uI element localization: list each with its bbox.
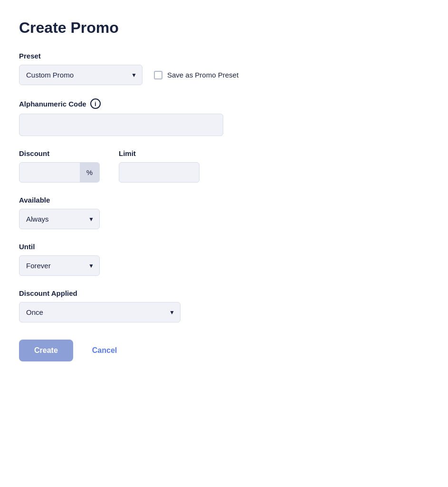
discount-applied-section: Discount Applied Once Multiple Always ▼	[19, 289, 429, 322]
save-preset-label: Save as Promo Preset	[167, 71, 238, 79]
save-preset-checkbox[interactable]	[154, 71, 162, 79]
available-select-wrapper: Always Limited ▼	[19, 209, 100, 229]
preset-row: Custom Promo Preset 1 Preset 2 ▼ Save as…	[19, 65, 429, 85]
available-label: Available	[19, 196, 429, 204]
until-section: Until Forever Date ▼	[19, 243, 429, 276]
alphanumeric-label: Alphanumeric Code i	[19, 98, 429, 109]
until-select-wrapper: Forever Date ▼	[19, 255, 100, 276]
until-select[interactable]: Forever Date	[19, 255, 100, 276]
discount-limit-section: Discount % Limit	[19, 149, 429, 183]
discount-input[interactable]	[19, 163, 80, 182]
limit-field: Limit	[119, 149, 200, 183]
alphanumeric-section: Alphanumeric Code i	[19, 98, 429, 136]
discount-applied-label: Discount Applied	[19, 289, 429, 297]
preset-select-wrapper: Custom Promo Preset 1 Preset 2 ▼	[19, 65, 143, 85]
limit-input[interactable]	[119, 162, 200, 183]
preset-label: Preset	[19, 52, 429, 60]
button-row: Create Cancel	[19, 340, 429, 361]
save-preset-checkbox-wrapper[interactable]: Save as Promo Preset	[154, 71, 238, 79]
discount-input-wrapper: %	[19, 162, 100, 183]
info-icon[interactable]: i	[90, 98, 101, 109]
alphanumeric-label-text: Alphanumeric Code	[19, 100, 86, 108]
available-select[interactable]: Always Limited	[19, 209, 100, 229]
available-section: Available Always Limited ▼	[19, 196, 429, 229]
discount-field: Discount %	[19, 149, 100, 183]
discount-applied-select-wrapper: Once Multiple Always ▼	[19, 302, 181, 322]
discount-label: Discount	[19, 149, 100, 157]
until-label: Until	[19, 243, 429, 251]
preset-select[interactable]: Custom Promo Preset 1 Preset 2	[19, 65, 143, 85]
limit-label: Limit	[119, 149, 200, 157]
page-title: Create Promo	[19, 19, 429, 37]
cancel-button[interactable]: Cancel	[83, 340, 126, 361]
discount-applied-select[interactable]: Once Multiple Always	[19, 302, 181, 322]
alphanumeric-input[interactable]	[19, 114, 223, 136]
percent-badge: %	[80, 163, 99, 182]
create-button[interactable]: Create	[19, 340, 73, 361]
preset-section: Preset Custom Promo Preset 1 Preset 2 ▼ …	[19, 52, 429, 85]
